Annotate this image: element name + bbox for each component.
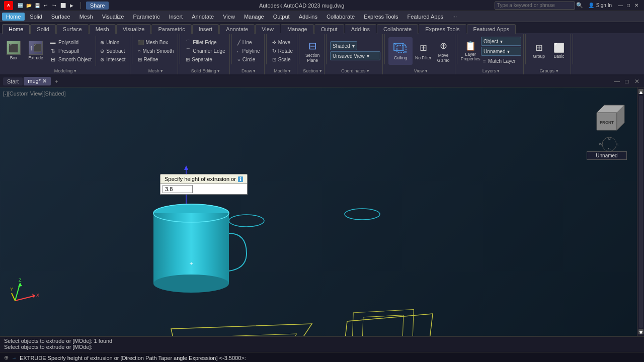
mesh-box-btn[interactable]: ⬛Mesh Box: [136, 38, 176, 46]
unnamed-dropdown[interactable]: Unnamed ▾: [481, 47, 521, 56]
box-button[interactable]: ⬛ Box: [3, 38, 24, 64]
command-input[interactable]: [332, 355, 640, 361]
menu-featured[interactable]: Featured Apps: [404, 13, 448, 21]
menu-visualize[interactable]: Visualize: [98, 13, 128, 21]
mesh-button[interactable]: ⊞ Smooth Object: [47, 55, 94, 63]
move-gizmo-button[interactable]: ⊕ MoveGizmo: [434, 38, 453, 64]
layer-properties-button[interactable]: 📋 LayerProperties: [461, 38, 480, 64]
vp-close-btn[interactable]: ✕: [633, 77, 641, 85]
menu-collaborate[interactable]: Collaborate: [323, 13, 359, 21]
save-btn[interactable]: 💾: [33, 2, 41, 10]
tab-express[interactable]: Express Tools: [419, 24, 466, 34]
viewport-canvas[interactable]: [-][Custom View][Shaded]: [0, 87, 637, 336]
tab-visualize[interactable]: Visualize: [116, 24, 151, 34]
tab-surface[interactable]: Surface: [56, 24, 89, 34]
tab-insert[interactable]: Insert: [192, 24, 219, 34]
share-dropdown-btn[interactable]: ▶: [67, 2, 75, 10]
menu-addins[interactable]: Add-ins: [295, 13, 321, 21]
add-tab-btn[interactable]: +: [52, 77, 61, 85]
extrude-value-input[interactable]: [163, 185, 193, 193]
menu-output[interactable]: Output: [269, 13, 294, 21]
section-plane-button[interactable]: ⊟ SectionPlane: [303, 38, 322, 64]
intersect-btn[interactable]: ⊗Intersect: [98, 55, 127, 63]
chamfer-btn[interactable]: ⌒Chamfer Edge: [184, 47, 227, 55]
polyline-btn[interactable]: ⌐Polyline: [235, 47, 262, 55]
scale-btn[interactable]: ⊡Scale: [270, 55, 295, 63]
extrude-button[interactable]: ↑⬛ Extrude: [25, 38, 46, 64]
share-button[interactable]: Share: [86, 2, 109, 10]
menu-home[interactable]: Home: [2, 13, 25, 21]
group-coordinates: Shaded ▾ Unsaved View ▾ Coordinates ▾: [328, 34, 383, 74]
vp-maximize-btn[interactable]: □: [623, 77, 631, 85]
menu-insert[interactable]: Insert: [165, 13, 187, 21]
svg-point-16: [345, 209, 380, 220]
mesh-refine-btn[interactable]: ⊞Refine: [136, 55, 176, 63]
tab-addins[interactable]: Add-ins: [345, 24, 376, 34]
object-dropdown[interactable]: Object ▾: [481, 37, 521, 46]
command-output: Select objects to extrude or [MOde]: 1 f…: [0, 337, 644, 352]
extrude-label: Extrude: [28, 56, 43, 60]
menu-surface[interactable]: Surface: [47, 13, 74, 21]
tab-parametric[interactable]: Parametric: [151, 24, 191, 34]
object-dropdown-row: Object ▾: [481, 37, 521, 46]
scroll-up-btn[interactable]: ▲: [638, 89, 643, 94]
unsaved-view-dropdown[interactable]: Unsaved View ▾: [330, 51, 380, 60]
tab-featured[interactable]: Featured Apps: [467, 24, 516, 34]
tab-mug[interactable]: mug* ✕: [24, 77, 51, 85]
separate-btn[interactable]: ⊞Separate: [184, 55, 227, 63]
command-line-2: Select objects to extrude or [MOde]:: [4, 344, 640, 350]
shaded-dropdown[interactable]: Shaded ▾: [330, 41, 357, 50]
section-content: ⊟ SectionPlane: [303, 34, 322, 67]
menu-mesh[interactable]: Mesh: [75, 13, 97, 21]
subtract-btn[interactable]: ⊖Subtract: [98, 47, 127, 55]
tab-home[interactable]: Home: [2, 24, 30, 34]
circle-btn[interactable]: ○Circle: [235, 55, 262, 63]
sign-in-btn[interactable]: 👤Sign In: [588, 3, 612, 8]
search-input[interactable]: [495, 2, 575, 10]
union-btn[interactable]: ⊕Union: [98, 38, 127, 46]
tab-manage[interactable]: Manage: [281, 24, 314, 34]
menu-parametric[interactable]: Parametric: [129, 13, 164, 21]
sep-view2: [573, 34, 573, 64]
separate-icon: ⊞: [186, 57, 190, 62]
rotate-btn[interactable]: ↻Rotate: [270, 47, 295, 55]
undo-btn[interactable]: ↩: [42, 2, 50, 10]
layer-properties-label: LayerProperties: [461, 52, 480, 62]
open-btn[interactable]: 📂: [25, 2, 33, 10]
redo-btn[interactable]: ↪: [50, 2, 58, 10]
tab-solid[interactable]: Solid: [30, 24, 55, 34]
nav-cube-svg[interactable]: FRONT N S W E: [587, 98, 632, 153]
menu-more[interactable]: ···: [448, 13, 461, 21]
search-btn[interactable]: 🔍: [576, 2, 583, 9]
scroll-down-btn[interactable]: ▼: [638, 329, 643, 334]
line-btn[interactable]: ╱Line: [235, 38, 262, 46]
fillet-btn[interactable]: ⌒Fillet Edge: [184, 38, 227, 46]
tab-view[interactable]: View: [255, 24, 280, 34]
menu-annotate[interactable]: Annotate: [188, 13, 218, 21]
menu-manage[interactable]: Manage: [240, 13, 268, 21]
no-filter-button[interactable]: ⊞ No Filter: [414, 38, 433, 64]
menu-view[interactable]: View: [219, 13, 239, 21]
maximize-btn[interactable]: □: [625, 2, 632, 9]
culling-button[interactable]: Culling: [388, 37, 413, 65]
acad-logo[interactable]: A: [4, 1, 13, 10]
plot-btn[interactable]: ⬜: [59, 2, 67, 10]
mesh-smooth-btn[interactable]: ○Mesh Smooth: [136, 47, 176, 55]
tab-collaborate[interactable]: Collaborate: [377, 24, 418, 34]
vp-minimize-btn[interactable]: —: [613, 77, 621, 85]
minimize-btn[interactable]: —: [617, 2, 624, 9]
tab-start[interactable]: Start: [3, 77, 23, 85]
tab-annotate[interactable]: Annotate: [219, 24, 255, 34]
tab-mesh[interactable]: Mesh: [89, 24, 116, 34]
match-layer-btn[interactable]: ≡Match Layer: [481, 57, 518, 65]
new-btn[interactable]: 🆕: [16, 2, 24, 10]
move-btn[interactable]: ✛Move: [270, 38, 295, 46]
close-btn[interactable]: ✕: [633, 2, 640, 9]
group-button[interactable]: ⊞ Group: [529, 38, 548, 64]
tab-output[interactable]: Output: [314, 24, 344, 34]
menu-express[interactable]: Express Tools: [360, 13, 402, 21]
presspull-button[interactable]: ⇅Presspull: [47, 47, 94, 55]
basic-button[interactable]: ⬜ Basic: [549, 38, 569, 64]
menu-solid[interactable]: Solid: [26, 13, 46, 21]
polysolid-button[interactable]: ▬Polysolid: [47, 38, 94, 46]
